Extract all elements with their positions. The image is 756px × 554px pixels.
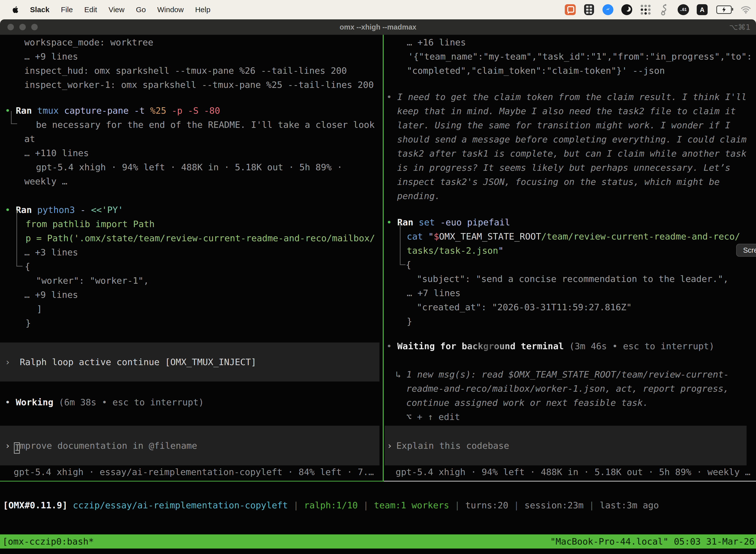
prompt-chevron-icon: › [387, 439, 392, 453]
prompt-placeholder: Improve documentation in @filename [14, 439, 197, 453]
log-line: workspace_mode: worktree [24, 35, 153, 49]
menu-app-name[interactable]: Slack [30, 5, 49, 14]
dots-grid-icon[interactable] [640, 4, 651, 15]
moon-app-icon[interactable] [621, 4, 632, 15]
prompt-chevron-icon: › [5, 439, 10, 453]
chevron-icon: › [5, 355, 10, 369]
prompt-input-left[interactable]: › Improve documentation in @filename [0, 426, 379, 465]
ran-command-line: • Ran tmux capture-pane -t %25 -p -S -80 [5, 104, 220, 118]
output-line: "created_at": "2026-03-31T11:59:27.816Z" [417, 300, 632, 314]
output-connector [16, 210, 22, 267]
prompt-input-right[interactable]: › Explain this codebase [385, 426, 747, 465]
return-arrow-icon: ↳ [396, 369, 401, 380]
thinking-line: later. Using the same for transition mig… [397, 118, 731, 132]
prompt-placeholder: Explain this codebase [396, 439, 509, 453]
menu-help[interactable]: Help [195, 5, 210, 14]
menu-file[interactable]: File [61, 5, 73, 14]
messenger-icon[interactable] [602, 4, 614, 15]
tmux-status-bar: [omx-cczip0:bash* "MacBook-Pro-44.local"… [0, 535, 756, 549]
mailbox-notice-line: ↳ 1 new msg(s): read $OMX_TEAM_STATE_ROO… [396, 367, 729, 382]
tmux-pane-divider[interactable] [383, 35, 384, 482]
chat-app-icon[interactable] [565, 4, 576, 15]
separator: | [363, 500, 369, 510]
tmux-host-clock: "MacBook-Pro-44.local" 05:03 31-Mar-26 [550, 536, 755, 547]
session-status-left: gpt-5.4 xhigh · essay/ai-reimplementatio… [14, 465, 374, 479]
output-line: } [25, 316, 31, 330]
waiting-status-line: • Waiting for background terminal (3m 46… [386, 339, 714, 353]
log-line: … +9 lines [24, 49, 78, 63]
command-name: tmux [37, 106, 59, 116]
output-line: gpt-5.4 xhigh · 94% left · 488K in · 5.1… [36, 160, 342, 174]
omx-last-activity: last:3m ago [600, 500, 659, 510]
log-line: '{"team_name":"my-team","task_id":"1","f… [408, 49, 752, 63]
quote: " [498, 245, 504, 256]
omx-version: [OMX#0.11.9] [3, 500, 67, 510]
screen: Slack File Edit View Go Window Help ..61… [0, 0, 756, 554]
output-line: "worker": "worker-1", [36, 274, 149, 288]
menu-view[interactable]: View [108, 5, 124, 14]
menu-bar-left: Slack File Edit View Go Window Help [0, 5, 210, 14]
placeholder-rest: mprove documentation in @filename [20, 441, 197, 451]
apple-menu-icon[interactable] [12, 6, 19, 14]
command-arg: capture-pane [64, 106, 128, 116]
quote: " [428, 231, 434, 241]
log-line: inspect_worker-1: omx sparkshell --tmux-… [24, 78, 374, 92]
bullet-icon: • [386, 92, 392, 102]
block-cursor: I [14, 442, 20, 454]
bullet-icon: • [386, 217, 392, 227]
output-line: { [406, 258, 411, 272]
code-line: cat "$OMX_TEAM_STATE_ROOT/team/review-cu… [407, 229, 740, 243]
ralph-loop-banner: › Ralph loop active continue [OMX_TMUX_I… [0, 342, 379, 382]
output-line: at [24, 132, 35, 146]
working-status-line: • Working (6m 38s • esc to interrupt) [5, 395, 204, 409]
command-flag: -t [134, 106, 145, 116]
command-name: cat [407, 231, 423, 241]
working-label: Working [16, 397, 53, 407]
thinking-line: task2 after task1 is complete, but can I… [397, 147, 747, 161]
battery-charging-icon[interactable] [715, 4, 733, 15]
waiting-detail: (3m 46s • esc to interrupt) [569, 341, 714, 351]
menu-bar-status-icons: ..61 A [565, 4, 752, 15]
ran-label: Ran [16, 106, 32, 116]
output-connector [400, 223, 405, 265]
window-title: omx --xhigh --madmax [0, 19, 756, 35]
code-line: from pathlib import Path [25, 217, 154, 231]
output-line: "subject": "send a concise recommendatio… [417, 272, 729, 286]
input-source-icon[interactable]: A [696, 4, 708, 15]
output-line: … +7 lines [407, 286, 460, 300]
log-line: … +16 lines [407, 35, 466, 49]
command-target: %25 [150, 106, 166, 116]
omx-session-time: session:23m [524, 500, 584, 510]
command-arg: - [80, 205, 86, 215]
grid-shield-icon[interactable] [583, 4, 595, 15]
command-name: set [419, 217, 435, 227]
log-line: "completed","claim_token":"claim-token"}… [407, 63, 665, 78]
thinking-line: is in progress? It seems likely but perh… [397, 161, 731, 175]
path-segment: /team/review-current-readme-and-reco/ [541, 231, 740, 241]
separator: | [455, 500, 460, 510]
squiggle-icon[interactable] [659, 4, 670, 15]
screenshot-tooltip-button[interactable]: Scre [736, 244, 756, 257]
menu-edit[interactable]: Edit [84, 5, 97, 14]
menu-window[interactable]: Window [157, 5, 184, 14]
thinking-line: keep that in mind. Maybe I also need the… [397, 104, 736, 118]
bullet-icon: • [5, 205, 10, 215]
badge-61-icon[interactable]: ..61 [678, 4, 689, 15]
window-titlebar-wrap: omx --xhigh --madmax ⌥⌘1 [0, 19, 756, 35]
command-name: python3 [37, 205, 75, 215]
menu-go[interactable]: Go [136, 5, 146, 14]
wifi-icon[interactable] [740, 4, 752, 15]
separator: | [514, 500, 519, 510]
spinner-bullet-icon: • [5, 397, 10, 407]
omx-ralph-counter: ralph:1/10 [304, 500, 358, 510]
tmux-window-label[interactable]: [omx-cczip0:bash* [2, 536, 94, 547]
code-line: tasks/task-2.json" [407, 243, 504, 258]
omx-project: cczip/essay/ai-reimplementation-copyleft [73, 500, 288, 510]
working-detail: (6m 38s • esc to interrupt) [59, 397, 204, 407]
edit-hint: ⌥ + ↑ edit [406, 410, 460, 424]
output-line: … +3 lines [24, 245, 78, 259]
mailbox-notice-line: continue assigned work or next feasible … [406, 396, 648, 410]
separator: | [293, 500, 299, 510]
output-line: } [407, 314, 412, 328]
output-connector [11, 111, 17, 124]
